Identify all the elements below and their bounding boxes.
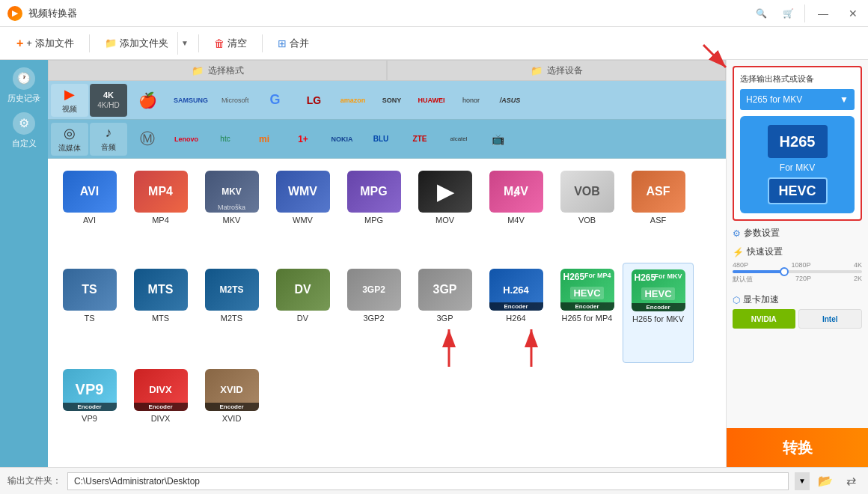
h264-thumb: H.264 Encoder [489,269,543,311]
format-vp9[interactable]: VP9 Encoder VP9 [54,363,125,461]
cat-stream[interactable]: ◎ 流媒体 [51,123,88,156]
close-button[interactable]: ✕ [838,0,868,27]
htc-logo: htc [220,135,230,143]
add-folder-group: 📁 添加文件夹 ▼ [96,32,192,55]
format-xvid[interactable]: XVID Encoder XVID [196,363,267,461]
merge-button[interactable]: ⊞ 合并 [269,32,318,55]
asf-thumb: ASF [632,171,685,213]
category-row-1: ▶ 视频 4K 4K/HD 🍎 SAMSUNG Microsoft G LG [48,81,726,120]
cat-audio[interactable]: ♪ 音频 [90,123,127,156]
cat-samsung[interactable]: SAMSUNG [168,84,214,117]
cat-blu[interactable]: BLU [362,123,400,156]
huawei-logo: HUAWEI [418,97,445,104]
add-file-button[interactable]: + + 添加文件 [7,32,83,55]
cat-apple[interactable]: 🍎 [129,84,166,117]
cat-google[interactable]: G [257,84,294,117]
nvidia-button[interactable]: NVIDIA [733,309,795,329]
search-icon[interactable]: 🔍 [748,0,774,27]
microsoft-logo: Microsoft [221,97,249,104]
folder-dropdown-arrow[interactable]: ▼ [177,32,192,55]
cat-huawei[interactable]: HUAWEI [412,84,451,117]
format-wmv[interactable]: WMV WMV [267,165,338,263]
format-h265mp4[interactable]: H265 For MP4 HEVC Encoder H265 for MP4 [551,263,623,362]
cat-nokia[interactable]: NOKIA [323,123,361,156]
video-play-icon: ▶ [64,86,75,103]
zte-logo: ZTE [413,135,427,143]
bottom-bar: 输出文件夹： C:\Users\Administrator\Desktop ▼ … [0,467,868,494]
format-dv[interactable]: DV DV [267,263,338,362]
open-folder-icon[interactable]: 📂 [816,472,835,491]
output-format-box: 选择输出格式或设备 H265 for MKV ▼ H265 For MKV HE… [733,66,862,221]
format-3gp[interactable]: 3GP 3GP [409,263,480,362]
sync-icon[interactable]: ⇄ [841,472,861,491]
format-mpg[interactable]: MPG MPG [338,165,409,263]
format-mts[interactable]: MTS MTS [125,263,196,362]
category-row-2: ◎ 流媒体 ♪ 音频 Ⓜ Lenovo htc mi 1+ [48,120,726,159]
cat-zte[interactable]: ZTE [401,123,438,156]
sidebar-item-custom[interactable]: ⚙ 自定义 [0,108,48,153]
format-asf[interactable]: ASF ASF [623,165,694,263]
format-h265mkv[interactable]: H265 For MKV HEVC Encoder H265 for MKV [623,263,694,362]
format-3gp2[interactable]: 3GP2 3GP2 [338,263,409,362]
vp9-thumb: VP9 Encoder [63,369,117,411]
cat-mi[interactable]: mi [245,123,283,156]
tab-format[interactable]: 📁 选择格式 [48,60,387,81]
quick-settings-title: ⚡ 快速设置 [733,246,862,258]
path-dropdown-arrow[interactable]: ▼ [795,472,810,490]
minimize-button[interactable]: — [808,0,838,27]
add-folder-button[interactable]: 📁 添加文件夹 [96,32,177,55]
divx-thumb: DIVX Encoder [134,369,188,411]
output-path-input[interactable]: C:\Users\Administrator\Desktop [67,472,789,490]
format-grid: AVI AVI MP4 MP4 MKV Matroška MKV WMV [48,159,726,467]
cat-amazon[interactable]: amazon [334,84,372,117]
app-logo: ▶ [7,6,22,21]
cat-lg[interactable]: LG [296,84,333,117]
cat-sony[interactable]: SONY [373,84,411,117]
cat-lenovo[interactable]: Lenovo [168,123,205,156]
param-settings-section[interactable]: ⚙ 参数设置 [733,227,862,240]
honor-logo: honor [462,97,480,104]
mpg-thumb: MPG [347,171,401,213]
tab-device[interactable]: 📁 选择设备 [387,60,726,81]
mp4-thumb: MP4 [134,171,188,213]
format-divx[interactable]: DIVX Encoder DIVX [125,363,196,461]
app-title: 视频转换器 [28,7,77,20]
cat-honor[interactable]: honor [453,84,490,117]
cat-alcatel[interactable]: alcatel [440,123,477,156]
cat-asus[interactable]: /ASUS [492,84,529,117]
cat-oneplus[interactable]: 1+ [284,123,322,156]
format-mov[interactable]: ▶ MOV [409,165,480,263]
format-m4v[interactable]: M4V ♪ M4V [480,165,551,263]
format-vob[interactable]: VOB VOB [551,165,623,263]
format-ts[interactable]: TS TS [54,263,125,362]
cat-tv[interactable]: 📺 [479,123,516,156]
toolbar: + + 添加文件 📁 添加文件夹 ▼ 🗑 清空 ⊞ 合并 [0,27,868,60]
audio-icon: ♪ [106,125,112,141]
format-h264[interactable]: H.264 Encoder H264 [480,263,551,362]
convert-button[interactable]: 转换 [727,428,868,467]
clear-button[interactable]: 🗑 清空 [205,32,256,55]
sidebar-item-history[interactable]: 🕐 历史记录 [0,63,48,108]
4k-icon: 4K [103,91,114,100]
apple-icon: 🍎 [138,91,157,109]
format-mkv[interactable]: MKV Matroška MKV [196,165,267,263]
format-avi[interactable]: AVI AVI [54,165,125,263]
vob-thumb: VOB [560,171,614,213]
toolbar-divider-3 [262,34,263,52]
cat-4k[interactable]: 4K 4K/HD [90,84,127,117]
format-dropdown[interactable]: H265 for MKV ▼ [740,89,855,110]
cart-icon[interactable]: 🛒 [774,0,801,27]
left-sidebar: 🕐 历史记录 ⚙ 自定义 [0,60,48,467]
cat-microsoft[interactable]: Microsoft [216,84,255,117]
quality-slider[interactable]: 480P 1080P 4K 默认值 720P 2K [733,258,862,287]
dv-thumb: DV [276,269,330,311]
cat-htc[interactable]: htc [207,123,244,156]
cat-motorola[interactable]: Ⓜ [129,123,166,156]
intel-button[interactable]: Intel [798,309,863,329]
merge-icon: ⊞ [278,37,287,49]
oneplus-logo: 1+ [298,134,308,144]
format-mp4[interactable]: MP4 MP4 [125,165,196,263]
cat-video[interactable]: ▶ 视频 [51,84,88,117]
format-m2ts[interactable]: M2TS M2TS [196,263,267,362]
slider-thumb[interactable] [780,267,789,276]
